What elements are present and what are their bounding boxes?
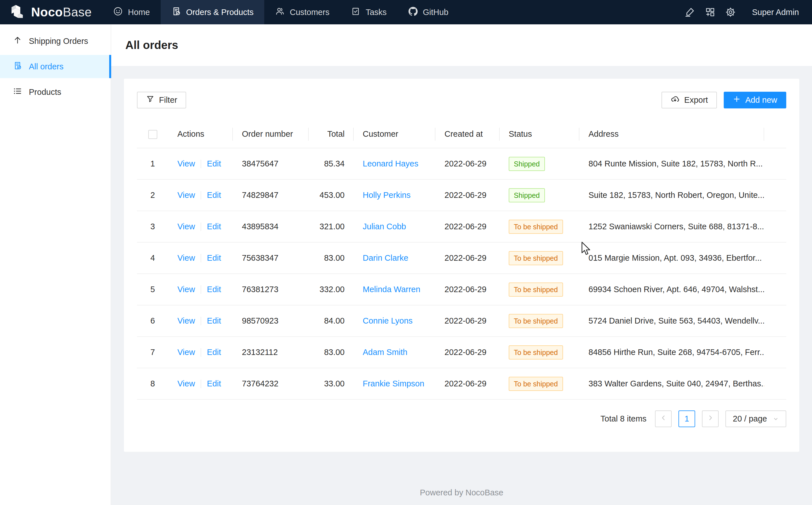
nav-tab-customers[interactable]: Customers <box>264 0 340 24</box>
action-divider <box>201 160 201 168</box>
orders-icon <box>172 6 181 18</box>
page-size-select[interactable]: 20 / page <box>726 410 786 427</box>
select-all-checkbox[interactable] <box>148 130 157 139</box>
address-cell: 84856 Hirthe Run, Suite 268, 94754-6705,… <box>579 348 764 357</box>
plus-icon <box>733 95 741 105</box>
action-divider <box>201 317 201 325</box>
nav-tab-home[interactable]: Home <box>102 0 161 24</box>
sidebar-item-label: All orders <box>29 62 64 71</box>
view-link[interactable]: View <box>178 285 195 294</box>
column-header-created-at: Created at <box>436 129 500 139</box>
action-divider <box>201 380 201 388</box>
pagination-prev-button[interactable] <box>655 410 672 427</box>
column-header-select <box>137 129 168 139</box>
address-cell: 5724 Daniel Drive, Suite 563, 54403, Wen… <box>579 316 764 326</box>
edit-link[interactable]: Edit <box>207 254 221 263</box>
view-link[interactable]: View <box>178 190 195 200</box>
chevron-left-icon <box>660 414 667 424</box>
table-header-row: ActionsOrder numberTotalCustomerCreated … <box>137 120 786 148</box>
nav-tab-orders-products[interactable]: Orders & Products <box>161 0 265 24</box>
edit-link[interactable]: Edit <box>207 379 221 388</box>
address-cell: 804 Runte Mission, Suite 182, 15783, Nor… <box>579 159 764 168</box>
row-actions: ViewEdit <box>168 316 233 326</box>
row-index: 2 <box>137 190 168 200</box>
customer-cell: Leonard Hayes <box>354 159 436 168</box>
table-row: 2ViewEdit74829847453.00Holly Perkins2022… <box>137 180 786 211</box>
status-cell: To be shipped <box>500 314 579 328</box>
customer-link[interactable]: Leonard Hayes <box>363 159 419 168</box>
total-cell: 85.34 <box>309 159 354 168</box>
sidebar-item-all-orders[interactable]: All orders <box>0 55 110 78</box>
pagination: Total 8 items 1 20 / page <box>137 410 786 427</box>
table-row: 6ViewEdit9857092384.00Connie Lyons2022-0… <box>137 305 786 337</box>
customer-cell: Julian Cobb <box>354 222 436 231</box>
view-link[interactable]: View <box>178 159 195 168</box>
customer-cell: Frankie Simpson <box>354 379 436 388</box>
table-row: 3ViewEdit43895834321.00Julian Cobb2022-0… <box>137 211 786 242</box>
customer-cell: Adam Smith <box>354 348 436 357</box>
order-number-cell: 75638347 <box>233 254 309 263</box>
order-number-cell: 76381273 <box>233 285 309 294</box>
created-at-cell: 2022-06-29 <box>436 285 500 294</box>
sidebar-item-shipping-orders[interactable]: Shipping Orders <box>0 29 110 53</box>
pagination-next-button[interactable] <box>702 410 719 427</box>
column-header-order-number: Order number <box>233 129 309 139</box>
order-number-cell: 98570923 <box>233 316 309 326</box>
action-divider <box>201 254 201 263</box>
status-cell: To be shipped <box>500 251 579 265</box>
pagination-page-1[interactable]: 1 <box>679 410 695 427</box>
row-actions: ViewEdit <box>168 190 233 200</box>
filter-button[interactable]: Filter <box>137 92 186 109</box>
action-divider <box>201 222 201 231</box>
customer-cell: Melinda Warren <box>354 285 436 294</box>
ui-editor-icon[interactable] <box>680 0 700 24</box>
nav-tab-github[interactable]: GitHub <box>397 0 459 24</box>
row-actions: ViewEdit <box>168 379 233 388</box>
view-link[interactable]: View <box>178 254 195 263</box>
nocobase-logo[interactable]: NocoBase <box>0 0 102 24</box>
view-link[interactable]: View <box>178 379 195 388</box>
status-cell: To be shipped <box>500 377 579 391</box>
order-number-cell: 43895834 <box>233 222 309 231</box>
total-cell: 332.00 <box>309 285 354 294</box>
plugin-blocks-icon[interactable] <box>700 0 720 24</box>
cloud-download-icon <box>670 95 680 106</box>
user-menu[interactable]: Super Admin <box>752 8 799 17</box>
edit-link[interactable]: Edit <box>207 159 221 168</box>
add-new-button[interactable]: Add new <box>724 92 786 109</box>
nav-tab-tasks[interactable]: Tasks <box>340 0 397 24</box>
export-button[interactable]: Export <box>661 92 717 109</box>
view-link[interactable]: View <box>178 316 195 325</box>
total-cell: 453.00 <box>309 190 354 200</box>
created-at-cell: 2022-06-29 <box>436 190 500 200</box>
status-badge: To be shipped <box>509 377 563 391</box>
row-index: 5 <box>137 285 168 294</box>
sidebar-item-products[interactable]: Products <box>0 80 110 104</box>
view-link[interactable]: View <box>178 348 195 357</box>
customer-link[interactable]: Darin Clarke <box>363 254 408 263</box>
nocobase-logo-icon <box>10 5 27 20</box>
view-link[interactable]: View <box>178 222 195 231</box>
settings-gear-icon[interactable] <box>720 0 741 24</box>
status-cell: Shipped <box>500 157 579 171</box>
row-actions: ViewEdit <box>168 159 233 168</box>
total-cell: 33.00 <box>309 379 354 388</box>
customer-link[interactable]: Frankie Simpson <box>363 379 425 388</box>
customer-link[interactable]: Adam Smith <box>363 348 408 357</box>
sidebar: Shipping OrdersAll ordersProducts <box>0 24 111 505</box>
edit-link[interactable]: Edit <box>207 316 221 325</box>
status-cell: To be shipped <box>500 283 579 297</box>
customer-link[interactable]: Connie Lyons <box>363 316 413 325</box>
customer-link[interactable]: Holly Perkins <box>363 190 411 200</box>
created-at-cell: 2022-06-29 <box>436 348 500 357</box>
customer-link[interactable]: Melinda Warren <box>363 285 421 294</box>
edit-link[interactable]: Edit <box>207 285 221 294</box>
customer-link[interactable]: Julian Cobb <box>363 222 406 231</box>
table-row: 8ViewEdit7376423233.00Frankie Simpson202… <box>137 368 786 400</box>
edit-link[interactable]: Edit <box>207 222 221 231</box>
table-row: 7ViewEdit2313211283.00Adam Smith2022-06-… <box>137 337 786 368</box>
edit-link[interactable]: Edit <box>207 190 221 200</box>
row-actions: ViewEdit <box>168 348 233 357</box>
edit-link[interactable]: Edit <box>207 348 221 357</box>
customers-icon <box>275 6 285 18</box>
